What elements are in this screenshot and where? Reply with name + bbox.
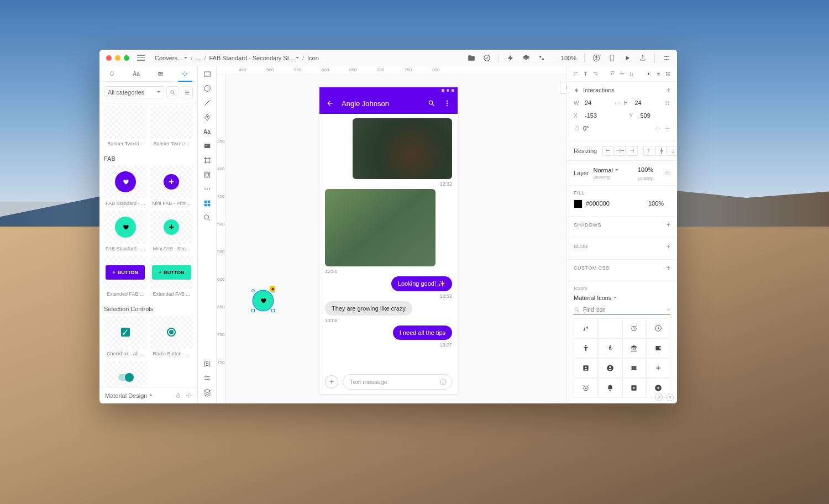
tab-images[interactable] bbox=[149, 66, 173, 81]
icon-ac-unit[interactable] bbox=[598, 318, 622, 338]
sync-icon[interactable] bbox=[483, 54, 491, 62]
icon-add-box[interactable] bbox=[622, 378, 647, 398]
tidy-icon[interactable] bbox=[665, 71, 671, 77]
breadcrumb-component[interactable]: FAB Standard - Secondary St... bbox=[209, 55, 298, 61]
icon-set-dropdown[interactable]: Material Icons bbox=[574, 295, 670, 301]
chat-bubble-sent-2[interactable]: I need all the tips bbox=[393, 326, 452, 340]
rectangle-tool-icon[interactable] bbox=[203, 70, 212, 78]
icon-accessible[interactable] bbox=[598, 338, 622, 358]
attach-plus-icon[interactable]: + bbox=[325, 375, 338, 389]
component-extended-fab-secondary[interactable]: +BUTTON bbox=[150, 256, 193, 289]
more-vert-icon[interactable] bbox=[443, 99, 451, 107]
component-fab-standard-primary[interactable] bbox=[104, 165, 147, 198]
breadcrumb-ellipsis[interactable]: ... bbox=[196, 55, 201, 61]
icon-3d-rotation[interactable]: 3D bbox=[574, 318, 598, 338]
breadcrumb-layer[interactable]: Icon bbox=[307, 55, 319, 61]
size-lock-icon[interactable] bbox=[664, 100, 670, 106]
resize-handle-bl[interactable] bbox=[251, 309, 255, 312]
visibility-icon[interactable] bbox=[664, 170, 670, 176]
minimize-window-button[interactable] bbox=[115, 55, 120, 61]
component-instance-icon[interactable] bbox=[203, 199, 212, 208]
width-input[interactable]: 24 bbox=[585, 98, 611, 108]
add-blur-button[interactable]: + bbox=[667, 243, 670, 250]
resize-handle-br[interactable] bbox=[271, 309, 275, 312]
menu-icon[interactable] bbox=[137, 54, 145, 62]
icon-search-input[interactable] bbox=[583, 307, 664, 313]
component-extended-fab-primary[interactable]: +BUTTON bbox=[104, 256, 147, 289]
component-banner-2[interactable] bbox=[150, 106, 193, 139]
blending-dropdown[interactable]: Normal bbox=[594, 167, 633, 174]
artboard-tab-name[interactable]: FAB Standard... bbox=[560, 82, 566, 94]
icon-account-balance-wallet[interactable] bbox=[646, 338, 670, 358]
component-mini-fab-secondary[interactable]: + bbox=[150, 211, 193, 244]
close-window-button[interactable] bbox=[106, 55, 112, 61]
x-position-input[interactable]: -153 bbox=[585, 111, 615, 120]
share-icon[interactable] bbox=[639, 54, 647, 62]
layers-icon[interactable] bbox=[522, 54, 530, 62]
stack-icon[interactable] bbox=[203, 388, 212, 397]
variable-icon[interactable]: {$} bbox=[203, 359, 212, 368]
component-radio[interactable] bbox=[150, 316, 193, 349]
bolt-icon[interactable] bbox=[507, 54, 515, 62]
fill-color-swatch[interactable] bbox=[574, 200, 583, 208]
icon-add[interactable] bbox=[646, 358, 670, 378]
pin-top-button[interactable]: ⊤ bbox=[643, 146, 654, 156]
y-position-input[interactable]: 509 bbox=[641, 111, 671, 120]
canvas-viewport[interactable]: ◆ FAB Standard... Enabled Angie Johnson bbox=[225, 75, 566, 403]
status-check-icon[interactable]: ✓ bbox=[655, 393, 663, 401]
flip-h-icon[interactable] bbox=[655, 125, 661, 132]
pin-center-v-button[interactable]: ╋ bbox=[655, 146, 667, 156]
align-right-icon[interactable] bbox=[592, 71, 598, 77]
frame-tool-icon[interactable] bbox=[203, 156, 212, 165]
selected-fab-element[interactable]: ◆ bbox=[253, 291, 273, 311]
rotation-input[interactable]: 0° bbox=[583, 124, 652, 133]
icon-add-alert[interactable] bbox=[598, 378, 622, 398]
image-tool-icon[interactable] bbox=[203, 141, 212, 150]
artboard-tool-icon[interactable] bbox=[203, 170, 212, 179]
align-bottom-icon[interactable] bbox=[628, 71, 634, 77]
text-tool-icon[interactable]: Aa bbox=[203, 127, 212, 136]
icon-account-circle[interactable] bbox=[598, 358, 622, 378]
chat-bubble-received-1[interactable]: They are growing like crazy bbox=[325, 301, 412, 316]
emoji-icon[interactable] bbox=[439, 378, 447, 386]
component-icon[interactable] bbox=[538, 54, 545, 62]
component-fab-standard-secondary[interactable] bbox=[104, 211, 147, 244]
pin-center-h-button[interactable]: ⊣⊢ bbox=[615, 146, 626, 156]
chat-bubble-sent-1[interactable]: Looking good! ✨ bbox=[391, 276, 452, 291]
chat-image-2[interactable] bbox=[325, 189, 436, 266]
folder-icon[interactable] bbox=[468, 54, 475, 62]
search-icon[interactable] bbox=[166, 86, 179, 98]
play-icon[interactable] bbox=[623, 54, 631, 62]
pen-tool-icon[interactable] bbox=[203, 113, 212, 122]
component-checkbox[interactable]: ✓ bbox=[104, 316, 147, 349]
accessibility-icon[interactable] bbox=[592, 54, 600, 62]
chat-image-1[interactable] bbox=[353, 118, 452, 179]
ellipse-tool-icon[interactable] bbox=[203, 84, 212, 93]
pin-left-button[interactable]: ⊢ bbox=[602, 146, 613, 156]
gear-icon[interactable] bbox=[186, 392, 192, 398]
component-banner-1[interactable] bbox=[104, 106, 147, 139]
icon-search-field[interactable]: × bbox=[574, 305, 670, 315]
help-icon[interactable]: ? bbox=[666, 393, 674, 401]
maximize-window-button[interactable] bbox=[124, 55, 129, 61]
breadcrumb-project[interactable]: Convers... bbox=[155, 55, 187, 61]
fill-opacity-input[interactable]: 100% bbox=[648, 199, 670, 208]
list-view-icon[interactable] bbox=[181, 86, 193, 98]
library-selector[interactable]: Material Design bbox=[105, 392, 171, 399]
icon-add-alarm[interactable] bbox=[574, 378, 598, 398]
align-center-v-icon[interactable] bbox=[619, 71, 625, 77]
icon-schedule[interactable] bbox=[646, 318, 670, 338]
resize-handle-tl[interactable] bbox=[251, 289, 255, 292]
search-icon[interactable] bbox=[428, 99, 436, 107]
back-arrow-icon[interactable] bbox=[326, 99, 334, 107]
link-dimensions-icon[interactable] bbox=[615, 100, 621, 106]
tab-text[interactable]: Aa bbox=[124, 66, 148, 81]
distribute-h-icon[interactable] bbox=[646, 71, 652, 77]
icon-account-balance[interactable] bbox=[622, 338, 647, 358]
line-tool-icon[interactable] bbox=[203, 98, 212, 107]
icon-accessibility[interactable] bbox=[574, 338, 598, 358]
more-tools-icon[interactable] bbox=[203, 185, 212, 193]
adjust-icon[interactable] bbox=[203, 374, 212, 382]
align-center-h-icon[interactable] bbox=[583, 71, 589, 77]
component-switcher[interactable] bbox=[104, 361, 147, 387]
